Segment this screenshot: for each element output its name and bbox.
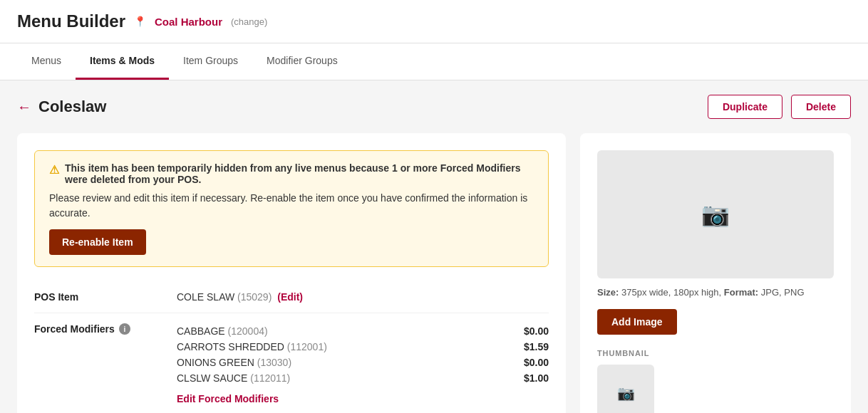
page-title: Coleslaw — [38, 98, 106, 116]
warning-icon: ⚠ — [49, 163, 59, 177]
thumbnail-camera-icon: 📷 — [617, 385, 635, 402]
pos-item-id: (15029) — [237, 291, 272, 303]
nav-tabs: Menus Items & Mods Item Groups Modifier … — [0, 43, 868, 80]
tab-items-mods[interactable]: Items & Mods — [76, 43, 169, 80]
camera-icon: 📷 — [701, 201, 730, 228]
back-button[interactable]: ← — [17, 99, 31, 115]
location-change-link[interactable]: (change) — [231, 16, 267, 27]
edit-forced-modifiers-link[interactable]: Edit Forced Modifiers — [177, 393, 279, 404]
warning-box: ⚠ This item has been temporarily hidden … — [34, 150, 549, 267]
modifier-price-3: $1.00 — [524, 372, 549, 384]
app-header: Menu Builder 📍 Coal Harbour (change) — [0, 0, 868, 43]
modifier-price-1: $1.59 — [524, 341, 549, 352]
modifier-name-0: CABBAGE (120004) — [177, 325, 268, 337]
add-image-button[interactable]: Add Image — [597, 309, 677, 335]
thumbnail-label: THUMBNAIL — [597, 349, 834, 357]
pos-item-label: POS Item — [34, 291, 177, 303]
image-info: Size: 375px wide, 180px high, Format: JP… — [597, 287, 834, 298]
pos-item-edit-link[interactable]: (Edit) — [277, 291, 303, 303]
main-right: 📷 Size: 375px wide, 180px high, Format: … — [580, 133, 851, 413]
warning-title: ⚠ This item has been temporarily hidden … — [49, 162, 534, 185]
thumbnail-placeholder: 📷 — [597, 365, 654, 413]
forced-modifiers-info-icon[interactable]: i — [119, 323, 130, 335]
modifier-item: ONIONS GREEN (13030) $0.00 — [177, 355, 549, 370]
delete-button[interactable]: Delete — [791, 95, 851, 119]
image-placeholder: 📷 — [597, 150, 834, 278]
size-value: 375px wide, 180px high, — [621, 287, 721, 298]
modifier-price-2: $0.00 — [524, 357, 549, 368]
location-name: Coal Harbour — [155, 16, 222, 28]
tab-menus[interactable]: Menus — [17, 43, 76, 80]
modifier-name-2: ONIONS GREEN (13030) — [177, 357, 291, 368]
forced-modifiers-value: CABBAGE (120004) $0.00 CARROTS SHREDDED … — [177, 323, 549, 404]
modifier-price-0: $0.00 — [524, 325, 549, 337]
page-header-actions: Duplicate Delete — [708, 95, 851, 119]
tab-modifier-groups[interactable]: Modifier Groups — [252, 43, 352, 80]
forced-modifiers-row: Forced Modifiers i CABBAGE (120004) $0.0… — [34, 313, 549, 413]
pos-item-row: POS Item COLE SLAW (15029) (Edit) — [34, 281, 549, 313]
warning-text-normal: Please review and edit this item if nece… — [49, 191, 534, 221]
modifier-item: CARROTS SHREDDED (112001) $1.59 — [177, 339, 549, 355]
page-header-left: ← Coleslaw — [17, 98, 106, 116]
page-header: ← Coleslaw Duplicate Delete — [17, 95, 851, 119]
page-content: ← Coleslaw Duplicate Delete ⚠ This item … — [0, 80, 868, 413]
format-value: JPG, PNG — [761, 287, 805, 298]
pos-item-name: COLE SLAW — [177, 291, 234, 303]
image-card: 📷 Size: 375px wide, 180px high, Format: … — [580, 133, 851, 413]
main-left: ⚠ This item has been temporarily hidden … — [17, 133, 566, 413]
size-label: Size: — [597, 287, 619, 298]
duplicate-button[interactable]: Duplicate — [708, 95, 782, 119]
modifier-name-3: CLSLW SAUCE (112011) — [177, 372, 290, 384]
modifier-item: CLSLW SAUCE (112011) $1.00 — [177, 370, 549, 386]
reenable-button[interactable]: Re-enable Item — [49, 229, 146, 255]
format-label: Format: — [724, 287, 758, 298]
forced-modifiers-label: Forced Modifiers i — [34, 323, 177, 335]
location-icon: 📍 — [134, 16, 146, 27]
main-layout: ⚠ This item has been temporarily hidden … — [17, 133, 851, 413]
modifier-name-1: CARROTS SHREDDED (112001) — [177, 341, 327, 352]
tab-item-groups[interactable]: Item Groups — [169, 43, 252, 80]
pos-item-value: COLE SLAW (15029) (Edit) — [177, 291, 549, 303]
modifier-item: CABBAGE (120004) $0.00 — [177, 323, 549, 339]
main-card: ⚠ This item has been temporarily hidden … — [17, 133, 566, 413]
app-title: Menu Builder — [17, 11, 125, 31]
warning-text-bold: This item has been temporarily hidden fr… — [65, 162, 534, 185]
